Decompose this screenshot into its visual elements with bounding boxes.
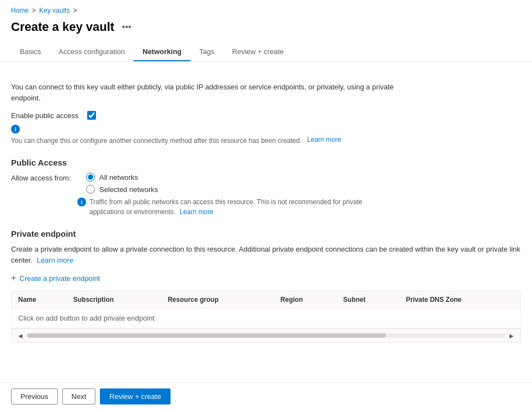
scrollbar-thumb: [27, 333, 386, 338]
radio-all-networks[interactable]: All networks: [86, 173, 158, 182]
plus-icon: +: [11, 273, 16, 283]
tab-tags[interactable]: Tags: [190, 43, 223, 61]
col-dns-zone: Private DNS Zone: [400, 291, 520, 308]
main-content: You can connect to this key vault either…: [0, 62, 532, 343]
private-endpoint-learn-more[interactable]: Learn more: [37, 256, 73, 264]
networking-description: You can connect to this key vault either…: [11, 82, 408, 103]
info-icon: i: [11, 125, 20, 134]
public-access-heading: Public Access: [11, 158, 521, 167]
radio-selected-networks[interactable]: Selected networks: [86, 185, 158, 194]
scroll-right-arrow[interactable]: ▶: [507, 331, 516, 340]
footer: Previous Next Review + create: [0, 382, 532, 410]
breadcrumb-sep1: >: [32, 7, 36, 14]
enable-public-access-checkbox[interactable]: [87, 111, 96, 120]
info-change-text: You can change this or configure another…: [11, 136, 302, 146]
table-header: Name Subscription Resource group Region …: [12, 291, 520, 308]
add-endpoint-label: Create a private endpoint: [19, 274, 100, 283]
col-region: Region: [274, 291, 337, 308]
breadcrumb: Home > Key vaults >: [0, 0, 532, 18]
table-empty-row: Click on add button to add private endpo…: [12, 308, 520, 328]
col-resource-group: Resource group: [161, 291, 274, 308]
scrollbar-track[interactable]: [27, 333, 505, 338]
private-endpoint-table: Name Subscription Resource group Region …: [12, 291, 520, 328]
info-row: i: [11, 124, 521, 134]
public-access-section: Public Access Allow access from: All net…: [11, 158, 521, 217]
table-empty-message: Click on add button to add private endpo…: [12, 308, 520, 328]
enable-public-access-label: Enable public access: [11, 111, 78, 120]
tab-networking[interactable]: Networking: [134, 43, 190, 61]
page-menu-button[interactable]: •••: [120, 21, 134, 33]
learn-more-link-1[interactable]: Learn more: [307, 136, 341, 143]
radio-selected-networks-label: Selected networks: [99, 185, 158, 194]
review-create-button[interactable]: Review + create: [100, 388, 171, 404]
breadcrumb-home[interactable]: Home: [11, 7, 29, 14]
scroll-left-arrow[interactable]: ◀: [16, 331, 25, 340]
private-endpoint-heading: Private endpoint: [11, 229, 521, 238]
breadcrumb-sep2: >: [73, 7, 77, 14]
private-endpoint-table-container: Name Subscription Resource group Region …: [11, 291, 521, 343]
access-radio-group: All networks Selected networks: [86, 173, 158, 194]
private-endpoint-section: Private endpoint Create a private endpoi…: [11, 229, 521, 343]
tab-review-create[interactable]: Review + create: [224, 43, 293, 61]
horizontal-scrollbar[interactable]: ◀ ▶: [12, 328, 520, 342]
radio-all-networks-label: All networks: [99, 173, 138, 182]
col-subscription: Subscription: [67, 291, 161, 308]
col-name: Name: [12, 291, 67, 308]
traffic-info-text: Traffic from all public networks can acc…: [89, 197, 386, 217]
page-header: Create a key vault •••: [0, 18, 532, 43]
radio-all-networks-input[interactable]: [86, 173, 95, 182]
previous-button[interactable]: Previous: [11, 388, 58, 404]
enable-public-access-row: Enable public access: [11, 111, 521, 120]
traffic-info-icon: i: [77, 198, 86, 206]
private-endpoint-description: Create a private endpoint to allow a pri…: [11, 244, 521, 265]
traffic-learn-more-link[interactable]: Learn more: [179, 208, 213, 216]
enable-public-access-checkbox-container: [87, 111, 96, 120]
info-text-row: You can change this or configure another…: [11, 136, 521, 146]
tab-basics[interactable]: Basics: [11, 43, 50, 61]
tab-access-configuration[interactable]: Access configuration: [50, 43, 134, 61]
allow-access-label: Allow access from:: [11, 173, 77, 182]
tab-bar: Basics Access configuration Networking T…: [0, 43, 532, 62]
add-private-endpoint-button[interactable]: + Create a private endpoint: [11, 271, 100, 285]
table-body: Click on add button to add private endpo…: [12, 308, 520, 328]
next-button[interactable]: Next: [62, 388, 96, 404]
page-title: Create a key vault: [11, 20, 114, 34]
allow-access-row: Allow access from: All networks Selected…: [11, 173, 521, 194]
col-subnet: Subnet: [337, 291, 400, 308]
radio-selected-networks-input[interactable]: [86, 185, 95, 194]
traffic-info-row: i Traffic from all public networks can a…: [77, 197, 386, 217]
breadcrumb-keyvaults[interactable]: Key vaults: [39, 7, 70, 14]
